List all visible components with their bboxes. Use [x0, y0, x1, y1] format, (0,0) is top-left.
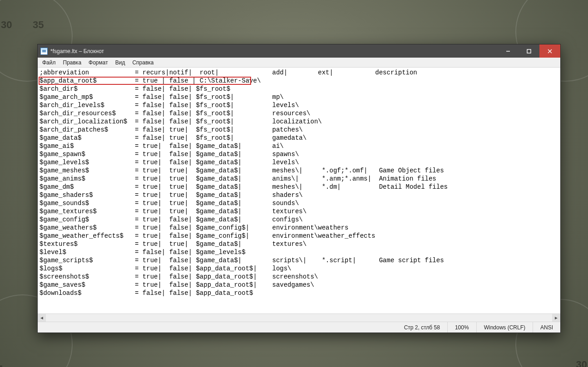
menu-file[interactable]: Файл: [39, 59, 59, 67]
titlebar[interactable]: *fsgame.ltx – Блокнот: [38, 44, 560, 58]
minimize-button[interactable]: [498, 44, 519, 58]
window-title: *fsgame.ltx – Блокнот: [50, 48, 104, 54]
status-encoding: ANSI: [533, 322, 560, 333]
scroll-right-button[interactable]: ►: [552, 314, 560, 322]
menu-format[interactable]: Формат: [85, 59, 112, 67]
maximize-button[interactable]: [519, 44, 539, 58]
horizontal-scrollbar[interactable]: ◄ ►: [38, 313, 560, 322]
content-pane: ;abbreviation = recurs|notif| root| add|…: [38, 68, 560, 322]
window-controls: [498, 44, 560, 58]
menu-help[interactable]: Справка: [128, 59, 157, 67]
text-editor[interactable]: ;abbreviation = recurs|notif| root| add|…: [38, 68, 560, 313]
statusbar: Стр 2, стлб 58 100% Windows (CRLF) ANSI: [38, 322, 560, 333]
menu-view[interactable]: Вид: [112, 59, 129, 67]
scroll-left-button[interactable]: ◄: [38, 314, 46, 322]
menubar: Файл Правка Формат Вид Справка: [38, 58, 560, 68]
scroll-track[interactable]: [46, 314, 552, 322]
notepad-icon: [40, 48, 48, 55]
notepad-window: *fsgame.ltx – Блокнот Файл Правка Формат…: [37, 44, 561, 333]
status-eol: Windows (CRLF): [476, 322, 533, 333]
close-button[interactable]: [539, 44, 560, 58]
status-zoom: 100%: [447, 322, 476, 333]
menu-edit[interactable]: Правка: [59, 59, 85, 67]
svg-rect-1: [527, 49, 531, 53]
status-position: Стр 2, стлб 58: [397, 322, 447, 333]
